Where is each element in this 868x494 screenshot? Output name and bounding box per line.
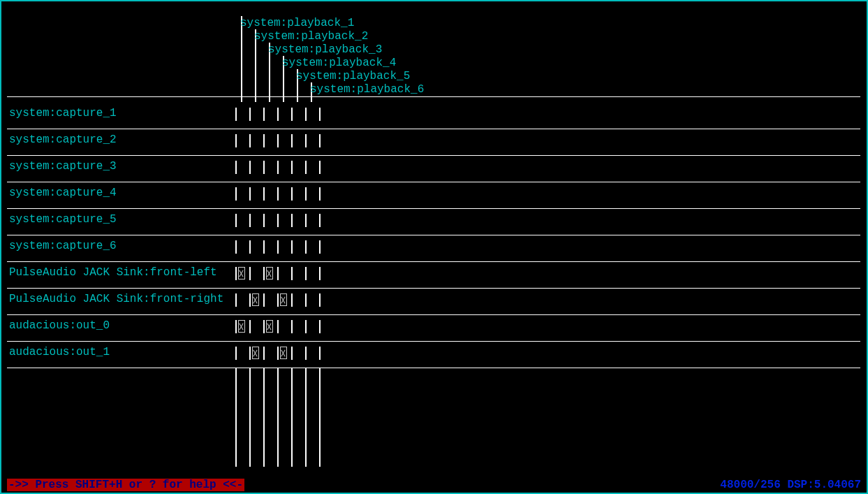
connection-cell[interactable] <box>237 187 248 201</box>
output-port-label[interactable]: audacious:out_0 <box>9 319 110 332</box>
connection-cell[interactable] <box>293 161 304 174</box>
output-port-label[interactable]: audacious:out_1 <box>9 346 110 358</box>
connection-cell[interactable] <box>251 214 262 227</box>
connection-cell[interactable] <box>265 293 276 307</box>
column-header[interactable]: system:playback_1 <box>240 17 354 29</box>
connection-cell[interactable] <box>237 214 248 227</box>
connection-cell[interactable] <box>251 161 262 174</box>
connection-mark[interactable] <box>266 320 273 333</box>
column-header[interactable]: system:playback_5 <box>296 70 410 82</box>
cell-divider <box>319 293 321 307</box>
connection-mark[interactable] <box>266 267 273 279</box>
connection-cell[interactable] <box>293 187 304 201</box>
connection-cell[interactable] <box>293 214 304 227</box>
cell-divider <box>235 267 237 280</box>
status-bar: ->> Press SHIFT+H or ? for help <<- 4800… <box>7 479 861 491</box>
column-divider-tail <box>291 368 293 467</box>
connection-cell[interactable] <box>279 108 290 121</box>
connection-cell[interactable] <box>251 267 262 280</box>
column-header[interactable]: system:playback_3 <box>268 43 382 56</box>
connection-cell[interactable] <box>307 267 318 280</box>
connection-cell[interactable] <box>279 240 290 254</box>
output-port-label[interactable]: system:capture_2 <box>9 133 117 146</box>
connection-cell[interactable] <box>251 187 262 201</box>
connection-cell[interactable] <box>265 214 276 227</box>
column-header[interactable]: system:playback_4 <box>282 57 396 69</box>
output-port-row: system:capture_5 <box>7 209 860 235</box>
output-port-label[interactable]: system:capture_1 <box>9 107 117 119</box>
column-header[interactable]: system:playback_2 <box>254 30 368 43</box>
cell-divider <box>263 267 265 280</box>
cell-divider <box>263 320 265 333</box>
connection-cell[interactable] <box>307 134 318 147</box>
connection-cell[interactable] <box>265 347 276 360</box>
output-port-row: system:capture_3 <box>7 156 860 182</box>
connection-cell[interactable] <box>237 108 248 121</box>
connection-cell[interactable] <box>279 134 290 147</box>
connection-cell[interactable] <box>293 134 304 147</box>
connection-cell[interactable] <box>293 267 304 280</box>
output-port-label[interactable]: system:capture_6 <box>9 240 117 252</box>
connection-mark[interactable] <box>252 293 259 306</box>
connection-cell[interactable] <box>265 161 276 174</box>
column-divider-tail <box>305 368 307 467</box>
connection-cell[interactable] <box>279 161 290 174</box>
connection-cell[interactable] <box>237 293 248 307</box>
connection-mark[interactable] <box>280 347 287 359</box>
output-port-row: system:capture_2 <box>7 129 860 156</box>
connection-cell[interactable] <box>251 320 262 333</box>
connection-cell[interactable] <box>265 187 276 201</box>
connection-mark[interactable] <box>238 267 245 279</box>
connection-cell[interactable] <box>307 187 318 201</box>
column-divider-tail <box>235 368 237 467</box>
column-divider-tail <box>277 368 279 467</box>
connection-cell[interactable] <box>251 108 262 121</box>
connection-cell[interactable] <box>293 347 304 360</box>
connection-cell[interactable] <box>307 108 318 121</box>
connection-cell[interactable] <box>293 108 304 121</box>
connection-cell[interactable] <box>307 293 318 307</box>
connection-cell[interactable] <box>279 187 290 201</box>
connection-cell[interactable] <box>237 347 248 360</box>
connection-cell[interactable] <box>307 347 318 360</box>
connection-cell[interactable] <box>293 240 304 254</box>
cell-divider <box>319 108 321 121</box>
column-divider-tail <box>249 368 251 467</box>
connection-cell[interactable] <box>279 214 290 227</box>
column-header[interactable]: system:playback_6 <box>310 83 424 96</box>
cell-divider <box>319 347 321 360</box>
terminal-window: system:playback_1system:playback_2system… <box>0 0 868 494</box>
connection-mark[interactable] <box>280 293 287 306</box>
output-port-row: PulseAudio JACK Sink:front-left <box>7 262 860 289</box>
connection-cell[interactable] <box>237 161 248 174</box>
connection-cell[interactable] <box>251 240 262 254</box>
connection-cell[interactable] <box>279 267 290 280</box>
cell-divider <box>319 214 321 227</box>
connection-cell[interactable] <box>307 240 318 254</box>
connection-cell[interactable] <box>293 320 304 333</box>
cell-divider <box>277 347 279 360</box>
row-separator <box>7 368 860 368</box>
output-port-label[interactable]: system:capture_4 <box>9 187 117 199</box>
connection-cell[interactable] <box>251 134 262 147</box>
connection-cell[interactable] <box>307 320 318 333</box>
connection-cell[interactable] <box>307 161 318 174</box>
connection-cell[interactable] <box>279 320 290 333</box>
connection-cell[interactable] <box>237 240 248 254</box>
cell-divider <box>319 187 321 201</box>
output-port-label[interactable]: system:capture_3 <box>9 160 117 173</box>
output-port-label[interactable]: PulseAudio JACK Sink:front-left <box>9 266 217 279</box>
connection-cell[interactable] <box>265 134 276 147</box>
connection-cell[interactable] <box>293 293 304 307</box>
column-divider-tail <box>319 368 321 467</box>
patchbay-grid[interactable]: system:playback_1system:playback_2system… <box>7 7 861 477</box>
cell-divider <box>235 320 237 333</box>
connection-mark[interactable] <box>252 347 259 359</box>
output-port-label[interactable]: PulseAudio JACK Sink:front-right <box>9 293 223 305</box>
connection-mark[interactable] <box>238 320 245 333</box>
connection-cell[interactable] <box>265 108 276 121</box>
connection-cell[interactable] <box>237 134 248 147</box>
connection-cell[interactable] <box>265 240 276 254</box>
output-port-label[interactable]: system:capture_5 <box>9 213 117 226</box>
connection-cell[interactable] <box>307 214 318 227</box>
